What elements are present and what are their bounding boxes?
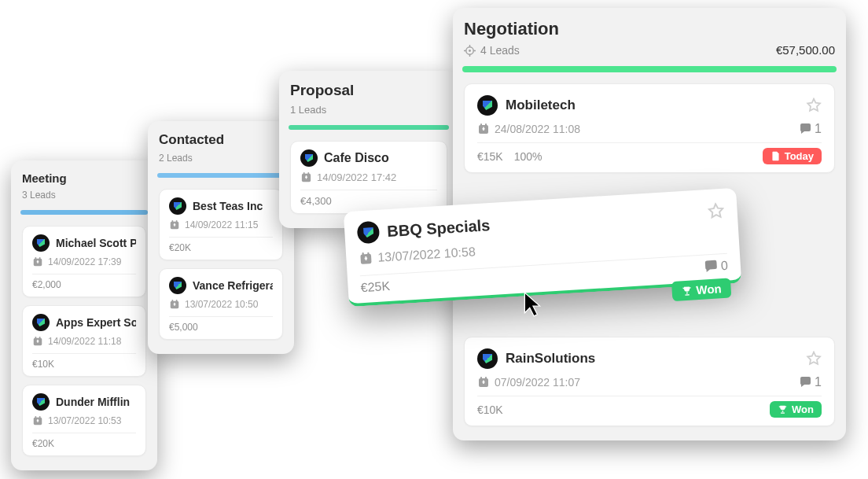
lead-date: 14/09/2022 11:15 xyxy=(185,219,258,230)
company-logo-icon xyxy=(357,221,381,245)
lead-date: 13/07/2022 10:53 xyxy=(48,415,121,426)
column-total: €57,500.00 xyxy=(776,43,835,57)
lead-card[interactable]: Mobiletech 24/08/2022 11:08 1 €15K100% T… xyxy=(464,83,835,173)
trophy-icon xyxy=(778,404,788,415)
column-cards: Best Teas Inc 14/09/2022 11:15 €20K Vanc… xyxy=(159,189,283,340)
column-bar xyxy=(289,125,449,130)
lead-date: 14/09/2022 17:39 xyxy=(48,256,121,267)
chat-icon xyxy=(703,259,718,274)
calendar-icon xyxy=(300,171,312,183)
target-icon xyxy=(464,45,476,57)
status-badge-won: Won xyxy=(770,401,822,418)
column-bar xyxy=(20,210,148,215)
lead-amount: €10K xyxy=(477,403,503,416)
company-logo-icon xyxy=(32,314,50,331)
lead-amount: €2,000 xyxy=(32,279,61,290)
calendar-icon xyxy=(32,415,43,426)
company-logo-icon xyxy=(32,234,50,252)
comments[interactable]: 1 xyxy=(799,375,822,389)
column-proposal: Proposal 1 Leads Cafe Disco 14/09/2022 1… xyxy=(279,71,458,228)
calendar-icon xyxy=(169,299,180,310)
company-logo-icon xyxy=(477,348,498,369)
star-icon[interactable] xyxy=(806,351,822,367)
file-icon xyxy=(771,151,781,161)
column-title: Meeting xyxy=(22,171,146,185)
lead-name: Vance Refrigeration xyxy=(193,279,273,292)
lead-name: Michael Scott Paper xyxy=(56,237,136,249)
lead-amount: €5,000 xyxy=(169,322,198,333)
calendar-icon xyxy=(477,123,490,135)
lead-date: 14/09/2022 11:18 xyxy=(48,336,121,347)
company-logo-icon xyxy=(300,149,318,167)
calendar-icon xyxy=(32,336,43,347)
status-badge-today: Today xyxy=(763,148,822,164)
lead-card[interactable]: Michael Scott Paper 14/09/2022 17:39 €2,… xyxy=(22,226,146,297)
lead-name: RainSolutions xyxy=(506,351,595,367)
column-cards: Michael Scott Paper 14/09/2022 17:39 €2,… xyxy=(22,226,146,456)
company-logo-icon xyxy=(169,197,186,215)
lead-date: 14/09/2022 17:42 xyxy=(317,171,396,183)
column-leads: 1 Leads xyxy=(290,104,447,116)
lead-card[interactable]: Dunder Mifflin 13/07/2022 10:53 €20K xyxy=(22,385,146,456)
lead-amount: €10K xyxy=(32,359,54,370)
comment-count: 1 xyxy=(815,122,822,136)
column-title: Proposal xyxy=(290,82,447,99)
comments[interactable]: 1 xyxy=(799,122,822,136)
comment-count: 0 xyxy=(720,259,728,274)
company-logo-icon xyxy=(32,393,50,411)
lead-card[interactable]: Cafe Disco 14/09/2022 17:42 €4,300 xyxy=(290,141,447,214)
lead-card[interactable]: Vance Refrigeration 13/07/2022 10:50 €5,… xyxy=(159,268,283,340)
lead-name: Apps Expert Solutions xyxy=(56,316,136,329)
column-leads: 2 Leads xyxy=(159,153,283,164)
chat-icon xyxy=(799,123,811,135)
lead-name: Cafe Disco xyxy=(324,151,389,165)
column-contacted: Contacted 2 Leads Best Teas Inc 14/09/20… xyxy=(148,121,294,354)
calendar-icon xyxy=(32,256,43,267)
calendar-icon xyxy=(359,251,373,266)
lead-name: Mobiletech xyxy=(506,98,576,113)
lead-card[interactable]: Best Teas Inc 14/09/2022 11:15 €20K xyxy=(159,189,283,260)
lead-date: 13/07/2022 10:50 xyxy=(185,299,258,310)
star-icon[interactable] xyxy=(707,202,725,220)
comment-count: 1 xyxy=(815,375,822,389)
lead-name: Dunder Mifflin xyxy=(56,396,130,408)
column-bar xyxy=(157,173,285,178)
lead-amount: €4,300 xyxy=(300,195,332,207)
lead-name: BBQ Specials xyxy=(387,216,491,241)
lead-card[interactable]: RainSolutions 07/09/2022 11:07 1 €10K Wo… xyxy=(464,337,835,426)
lead-date: 07/09/2022 11:07 xyxy=(495,376,580,389)
lead-percent: 100% xyxy=(514,150,542,163)
comments[interactable]: 0 xyxy=(703,259,728,275)
column-leads: 4 Leads xyxy=(464,44,559,57)
calendar-icon xyxy=(169,219,180,230)
company-logo-icon xyxy=(477,95,498,116)
lead-amount: €20K xyxy=(32,438,54,449)
column-cards: Cafe Disco 14/09/2022 17:42 €4,300 xyxy=(290,141,447,214)
calendar-icon xyxy=(477,376,490,389)
trophy-icon xyxy=(681,285,693,297)
lead-amount: €25K xyxy=(360,279,390,295)
column-bar xyxy=(462,66,837,72)
star-icon[interactable] xyxy=(806,98,822,113)
lead-date: 13/07/2022 10:58 xyxy=(377,245,476,265)
lead-card[interactable]: Apps Expert Solutions 14/09/2022 11:18 €… xyxy=(22,305,146,377)
chat-icon xyxy=(799,376,811,389)
column-title: Negotiation xyxy=(464,19,559,39)
lead-amount: €15K xyxy=(477,150,503,163)
company-logo-icon xyxy=(169,277,186,294)
column-leads: 3 Leads xyxy=(22,190,146,201)
status-badge-won: Won xyxy=(671,278,732,301)
column-meeting: Meeting 3 Leads Michael Scott Paper 14/0… xyxy=(11,160,157,470)
lead-name: Best Teas Inc xyxy=(193,200,263,212)
lead-date: 24/08/2022 11:08 xyxy=(495,123,580,135)
column-title: Contacted xyxy=(159,132,283,148)
lead-amount: €20K xyxy=(169,242,191,253)
